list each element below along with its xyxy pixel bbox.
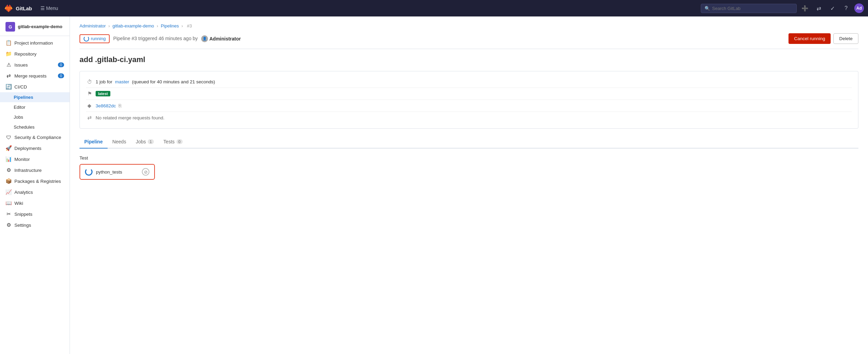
job-running-icon	[85, 168, 93, 176]
issues-badge: 0	[58, 62, 64, 67]
breadcrumb-pipelines[interactable]: Pipelines	[161, 23, 179, 28]
cicd-icon: 🔄	[5, 84, 12, 90]
search-input[interactable]	[712, 6, 793, 11]
stage-label: Test	[80, 155, 858, 161]
jobs-tab-count: 1	[148, 139, 154, 144]
breadcrumb-sep2: ›	[157, 23, 158, 28]
help-icon-button[interactable]: ?	[841, 3, 852, 14]
navbar: GitLab ☰ Menu 🔍 ➕ ⇄ ✓ ? Ad	[0, 0, 868, 16]
sidebar-item-label: Analytics	[14, 190, 33, 195]
breadcrumb: Administrator › gitlab-example-demo › Pi…	[80, 23, 858, 28]
sidebar-item-label: Deployments	[14, 146, 41, 151]
breadcrumb-project[interactable]: gitlab-example-demo	[112, 23, 154, 28]
sidebar-project: G gitlab-example-demo	[0, 19, 70, 36]
info-row-commit: ◆ 3e8682dc ⎘	[86, 100, 852, 112]
sidebar-item-label: Merge requests	[14, 73, 47, 79]
copy-icon[interactable]: ⎘	[119, 103, 121, 108]
layout: G gitlab-example-demo 📋 Project informat…	[0, 16, 868, 354]
monitor-icon: 📊	[5, 156, 12, 162]
gitlab-logo-link[interactable]: GitLab	[4, 4, 32, 13]
latest-tag: latest	[96, 91, 110, 96]
plus-icon-button[interactable]: ➕	[799, 3, 810, 14]
settings-icon: ⚙	[5, 222, 12, 228]
sidebar-item-editor[interactable]: Editor	[0, 102, 70, 112]
sidebar-item-label: Editor	[14, 105, 25, 110]
sidebar-item-label: CI/CD	[14, 84, 27, 90]
main-content: Administrator › gitlab-example-demo › Pi…	[70, 16, 868, 354]
sidebar-item-infrastructure[interactable]: ⚙ Infrastructure	[0, 165, 70, 176]
user-avatar: 👤	[201, 35, 208, 42]
pipeline-title: add .gitlab-ci.yaml	[80, 55, 858, 64]
job-cancel-icon[interactable]: ⊘	[142, 168, 149, 176]
tab-jobs[interactable]: Jobs 1	[131, 135, 159, 149]
sidebar-item-wiki[interactable]: 📖 Wiki	[0, 198, 70, 209]
merge-request-icon-button[interactable]: ⇄	[813, 3, 824, 14]
flag-icon: ⚑	[86, 91, 93, 97]
branch-link[interactable]: master	[115, 79, 129, 84]
delete-button[interactable]: Delete	[833, 33, 858, 44]
commit-icon: ◆	[86, 103, 93, 109]
tab-needs[interactable]: Needs	[108, 135, 131, 149]
sidebar-item-label: Wiki	[14, 201, 23, 206]
sidebar: G gitlab-example-demo 📋 Project informat…	[0, 16, 70, 354]
sidebar-item-snippets[interactable]: ✂ Snippets	[0, 209, 70, 220]
sidebar-item-pipelines[interactable]: Pipelines	[0, 92, 70, 102]
infrastructure-icon: ⚙	[5, 167, 12, 173]
merge-requests-icon: ⇄	[5, 73, 12, 79]
breadcrumb-sep1: ›	[108, 23, 110, 28]
running-spinner-icon	[84, 36, 89, 42]
status-label: running	[91, 36, 106, 41]
search-container: 🔍	[701, 4, 797, 13]
sidebar-item-label: Security & Compliance	[14, 135, 61, 140]
pipeline-header: running Pipeline #3 triggered 46 minutes…	[80, 33, 858, 49]
sidebar-item-label: Schedules	[14, 125, 35, 130]
tests-tab-count: 0	[176, 139, 183, 144]
sidebar-item-cicd[interactable]: 🔄 CI/CD	[0, 81, 70, 92]
info-row-jobs: ⏱ 1 job for master (queued for 40 minute…	[86, 76, 852, 88]
todo-icon-button[interactable]: ✓	[827, 3, 838, 14]
sidebar-item-schedules[interactable]: Schedules	[0, 122, 70, 132]
sidebar-item-deployments[interactable]: 🚀 Deployments	[0, 143, 70, 154]
commit-link[interactable]: 3e8682dc	[96, 103, 116, 108]
pipeline-info-text: Pipeline #3 triggered 46 minutes ago by …	[113, 35, 241, 42]
hamburger-icon: ☰	[40, 5, 45, 11]
menu-button[interactable]: ☰ Menu	[38, 4, 61, 12]
pipeline-user: Administrator	[209, 36, 241, 42]
pipeline-user-avatar: 👤 Administrator	[201, 35, 241, 42]
sidebar-item-label: Infrastructure	[14, 168, 42, 173]
no-mr-text: No related merge requests found.	[96, 115, 164, 120]
pipeline-tabs: Pipeline Needs Jobs 1 Tests 0	[80, 135, 858, 149]
wiki-icon: 📖	[5, 200, 12, 206]
sidebar-item-repository[interactable]: 📁 Repository	[0, 48, 70, 59]
avatar[interactable]: Ad	[854, 3, 864, 13]
search-icon: 🔍	[705, 6, 710, 11]
breadcrumb-sep3: ›	[182, 23, 183, 28]
job-card-python-tests[interactable]: python_tests ⊘	[80, 164, 155, 180]
tab-tests[interactable]: Tests 0	[159, 135, 187, 149]
project-avatar: G	[5, 22, 15, 32]
sidebar-item-label: Snippets	[14, 212, 33, 217]
cancel-running-button[interactable]: Cancel running	[788, 33, 831, 44]
sidebar-item-merge-requests[interactable]: ⇄ Merge requests 0	[0, 70, 70, 81]
sidebar-item-analytics[interactable]: 📈 Analytics	[0, 187, 70, 198]
sidebar-item-issues[interactable]: ⚠ Issues 0	[0, 59, 70, 70]
sidebar-item-monitor[interactable]: 📊 Monitor	[0, 154, 70, 165]
sidebar-item-label: Repository	[14, 51, 37, 57]
tab-pipeline[interactable]: Pipeline	[80, 135, 108, 149]
project-name: gitlab-example-demo	[18, 24, 62, 30]
breadcrumb-current: #3	[187, 23, 192, 28]
sidebar-item-security-compliance[interactable]: 🛡 Security & Compliance	[0, 132, 70, 143]
brand-name: GitLab	[16, 5, 32, 11]
issues-icon: ⚠	[5, 62, 12, 68]
sidebar-item-settings[interactable]: ⚙ Settings	[0, 220, 70, 231]
repository-icon: 📁	[5, 51, 12, 57]
sidebar-item-project-information[interactable]: 📋 Project information	[0, 37, 70, 48]
pipeline-info-box: ⏱ 1 job for master (queued for 40 minute…	[80, 71, 858, 129]
info-row-tag: ⚑ latest	[86, 88, 852, 100]
pipeline-header-actions: Cancel running Delete	[788, 33, 858, 44]
status-badge: running	[80, 34, 110, 43]
breadcrumb-admin[interactable]: Administrator	[80, 23, 106, 28]
sidebar-item-jobs[interactable]: Jobs	[0, 112, 70, 122]
sidebar-item-packages-registries[interactable]: 📦 Packages & Registries	[0, 176, 70, 187]
packages-icon: 📦	[5, 178, 12, 184]
